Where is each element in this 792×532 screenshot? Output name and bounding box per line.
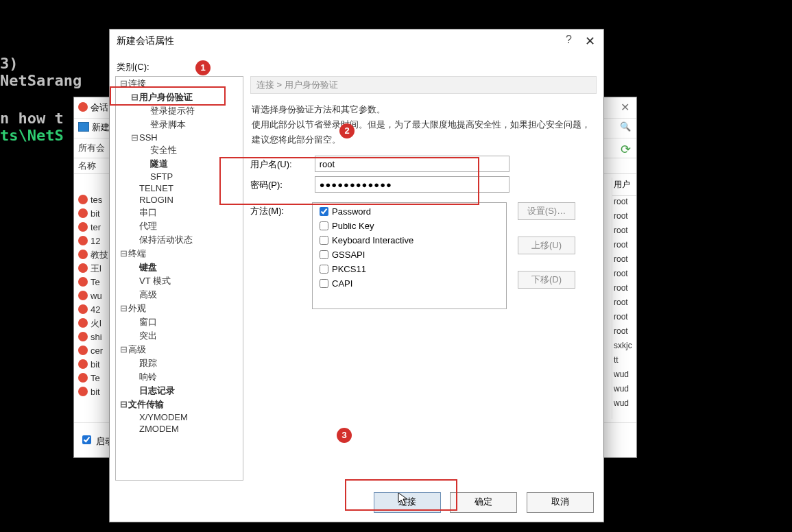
tree-node[interactable]: VT 模式 [116, 274, 243, 288]
tree-node[interactable]: 安全性 [116, 143, 243, 157]
tree-node[interactable]: 串口 [116, 206, 243, 219]
new-session-button[interactable]: 新建 [78, 121, 110, 134]
tree-node[interactable]: 日志记录 [116, 384, 243, 398]
method-capi[interactable]: CAPI [317, 276, 502, 291]
close-icon[interactable]: ✕ [585, 34, 595, 49]
terminal-text: 3) NetSarang n how t ts\NetS [0, 55, 82, 144]
method-password[interactable]: Password [317, 204, 502, 219]
breadcrumb: 连接 > 用户身份验证 [250, 76, 597, 94]
tree-node[interactable]: 登录提示符 [116, 104, 243, 118]
tree-node[interactable]: 响铃 [116, 370, 243, 384]
move-down-button[interactable]: 下移(D) [518, 271, 575, 289]
method-pkcs11[interactable]: PKCS11 [317, 262, 502, 276]
auth-methods-list[interactable]: Password Public Key Keyboard Interactive… [312, 202, 507, 309]
tree-node[interactable]: TELNET [116, 182, 243, 194]
tree-node[interactable]: 跟踪 [116, 356, 243, 370]
user-cell: wud [612, 369, 636, 383]
move-up-button[interactable]: 上移(U) [518, 237, 575, 254]
user-cell: root [612, 282, 636, 297]
user-cell: root [612, 297, 636, 311]
user-cell: root [612, 210, 636, 225]
user-cell: wud [612, 383, 636, 398]
tree-node[interactable]: 突出 [116, 329, 243, 343]
new-session-properties-dialog: 新建会话属性 ? ✕ 类别(C): ⊟连接⊟用户身份验证登录提示符登录脚本⊟SS… [109, 29, 604, 522]
method-label: 方法(M): [250, 202, 312, 217]
tree-node[interactable]: 高级 [116, 288, 243, 302]
category-tree[interactable]: ⊟连接⊟用户身份验证登录提示符登录脚本⊟SSH安全性隧道SFTPTELNETRL… [115, 76, 243, 481]
user-cell: tt [612, 354, 636, 369]
settings-button[interactable]: 设置(S)… [518, 202, 575, 220]
refresh-icon[interactable]: ⟳ [621, 142, 631, 157]
tree-node[interactable]: 窗口 [116, 315, 243, 329]
help-icon[interactable]: ? [566, 34, 572, 46]
method-keyboard-interactive[interactable]: Keyboard Interactive [317, 233, 502, 247]
cancel-button[interactable]: 取消 [527, 492, 594, 513]
username-input[interactable] [315, 156, 509, 172]
password-label: 密码(P): [250, 179, 312, 191]
tree-node[interactable]: 保持活动状态 [116, 233, 243, 247]
category-label: 类别(C): [117, 61, 149, 73]
user-cell: root [612, 254, 636, 268]
tree-node[interactable]: ⊟连接 [116, 77, 243, 90]
tree-node[interactable]: ⊟外观 [116, 302, 243, 315]
close-icon[interactable]: ✕ [621, 101, 629, 114]
user-cell: root [612, 239, 636, 254]
user-cell: root [612, 268, 636, 282]
description-text: 请选择身份验证方法和其它参数。 使用此部分以节省登录时间。但是，为了最大限度地提… [252, 102, 595, 147]
user-cell: sxkjc [612, 340, 636, 354]
user-cell: root [612, 311, 636, 326]
tree-node[interactable]: X/YMODEM [116, 411, 243, 423]
user-cell: root [612, 225, 636, 239]
password-input[interactable] [315, 176, 509, 193]
method-gssapi[interactable]: GSSAPI [317, 247, 502, 262]
user-cell: wud [612, 398, 636, 412]
search-icon[interactable]: 🔍 [620, 121, 631, 132]
user-cell: root [612, 196, 636, 210]
tree-node[interactable]: 隧道 [116, 157, 243, 171]
tree-node[interactable]: SFTP [116, 171, 243, 182]
tree-node[interactable]: ⊟高级 [116, 343, 243, 356]
tree-node[interactable]: ⊟终端 [116, 247, 243, 261]
username-label: 用户名(U): [250, 158, 312, 171]
tree-node[interactable]: 键盘 [116, 261, 243, 274]
tree-node[interactable]: ZMODEM [116, 423, 243, 435]
user-cell: root [612, 326, 636, 340]
tree-node[interactable]: ⊟SSH [116, 132, 243, 143]
app-icon [78, 102, 88, 112]
sessions-user-column: 用户 rootrootrootrootrootrootrootrootrootr… [612, 178, 636, 419]
tree-node[interactable]: ⊟用户身份验证 [116, 90, 243, 104]
tree-node[interactable]: RLOGIN [116, 194, 243, 206]
method-publickey[interactable]: Public Key [317, 219, 502, 233]
all-sessions-label: 所有会 [78, 142, 105, 154]
tree-node[interactable]: ⊟文件传输 [116, 398, 243, 411]
cursor-icon [398, 492, 409, 506]
tree-node[interactable]: 登录脚本 [116, 118, 243, 132]
ok-button[interactable]: 确定 [450, 492, 517, 513]
tree-node[interactable]: 代理 [116, 219, 243, 233]
dialog-title: 新建会话属性 [110, 29, 603, 51]
